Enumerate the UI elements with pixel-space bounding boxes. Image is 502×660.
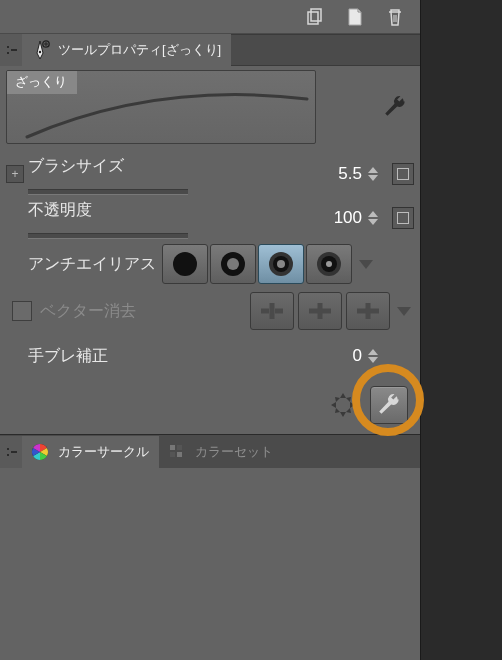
svg-point-12: [326, 261, 332, 267]
duplicate-icon[interactable]: [304, 6, 326, 28]
svg-rect-14: [170, 445, 175, 450]
row-opacity: 不透明度 100: [6, 196, 414, 240]
dynamics-toggle-brush-size[interactable]: [392, 163, 414, 185]
preset-row: ざっくり: [0, 66, 420, 148]
checkbox-vector-erase: [12, 301, 32, 321]
svg-rect-1: [311, 9, 321, 21]
new-page-icon[interactable]: [344, 6, 366, 28]
app-root: ツールプロパティ[ざっくり] ざっくり + ブラシサイズ: [0, 0, 502, 660]
trash-icon[interactable]: [384, 6, 406, 28]
tab-color-circle[interactable]: カラーサークル: [22, 436, 159, 468]
expand-brush-size[interactable]: +: [6, 165, 24, 183]
svg-point-9: [277, 260, 285, 268]
panel-title: ツールプロパティ[ざっくり]: [58, 41, 221, 59]
row-vector-erase: ベクター消去: [6, 288, 414, 334]
panel-footer: [0, 378, 420, 434]
row-brush-size: + ブラシサイズ 5.5: [6, 152, 414, 196]
vector-erase-opt-2: [298, 292, 342, 330]
antialias-option-strong[interactable]: [306, 244, 352, 284]
color-panel-grip-icon[interactable]: [0, 436, 22, 468]
row-stabilization: 手ブレ補正 0: [6, 334, 414, 378]
label-brush-size: ブラシサイズ: [28, 157, 124, 174]
sub-tool-detail-button-top[interactable]: [380, 92, 410, 122]
antialias-option-none[interactable]: [162, 244, 208, 284]
antialias-option-medium[interactable]: [258, 244, 304, 284]
vector-erase-opt-3: [346, 292, 390, 330]
svg-rect-17: [177, 452, 182, 457]
svg-rect-0: [308, 12, 318, 24]
value-opacity[interactable]: 100: [334, 208, 362, 228]
pen-tool-icon: [28, 38, 52, 62]
color-set-icon: [165, 440, 189, 464]
spinner-stabilization[interactable]: [368, 349, 382, 363]
tab-tool-property[interactable]: ツールプロパティ[ざっくり]: [22, 34, 231, 66]
preset-toolbar: [0, 0, 420, 34]
row-antialias: アンチエイリアス: [6, 240, 414, 288]
slider-brush-size[interactable]: [28, 189, 188, 195]
sub-tool-detail-button[interactable]: [370, 386, 408, 424]
brush-preview[interactable]: ざっくり: [6, 70, 316, 144]
spinner-opacity[interactable]: [368, 211, 382, 225]
label-opacity: 不透明度: [28, 201, 92, 218]
value-stabilization[interactable]: 0: [353, 346, 362, 366]
tab-label-color-circle: カラーサークル: [58, 443, 149, 461]
vector-erase-opt-1: [250, 292, 294, 330]
properties-list: + ブラシサイズ 5.5 不透明度 100: [0, 148, 420, 378]
vector-erase-dropdown: [394, 307, 414, 316]
antialias-dropdown[interactable]: [356, 260, 376, 269]
tool-property-panel: ツールプロパティ[ざっくり] ざっくり + ブラシサイズ: [0, 0, 420, 660]
reset-settings-icon[interactable]: [324, 386, 362, 424]
color-wheel-icon: [28, 440, 52, 464]
svg-rect-15: [177, 445, 182, 450]
svg-point-2: [39, 51, 41, 53]
panel-grip-icon[interactable]: [0, 34, 22, 66]
color-panel-body: [0, 468, 420, 660]
tab-color-set[interactable]: カラーセット: [159, 436, 283, 468]
tab-label-color-set: カラーセット: [195, 443, 273, 461]
value-brush-size[interactable]: 5.5: [338, 164, 362, 184]
dynamics-toggle-opacity[interactable]: [392, 207, 414, 229]
side-gutter: [420, 0, 502, 660]
label-vector-erase: ベクター消去: [40, 301, 136, 322]
svg-point-4: [173, 252, 197, 276]
svg-point-6: [227, 258, 239, 270]
antialias-options: [162, 244, 352, 284]
panel-tabbar: ツールプロパティ[ざっくり]: [0, 34, 420, 66]
slider-opacity[interactable]: [28, 233, 188, 239]
color-panel-tabbar: カラーサークル カラーセット: [0, 434, 420, 468]
label-antialias: アンチエイリアス: [28, 254, 156, 275]
spinner-brush-size[interactable]: [368, 167, 382, 181]
antialias-option-weak[interactable]: [210, 244, 256, 284]
svg-rect-16: [170, 452, 175, 457]
vector-erase-options: [250, 292, 390, 330]
label-stabilization: 手ブレ補正: [28, 346, 108, 367]
